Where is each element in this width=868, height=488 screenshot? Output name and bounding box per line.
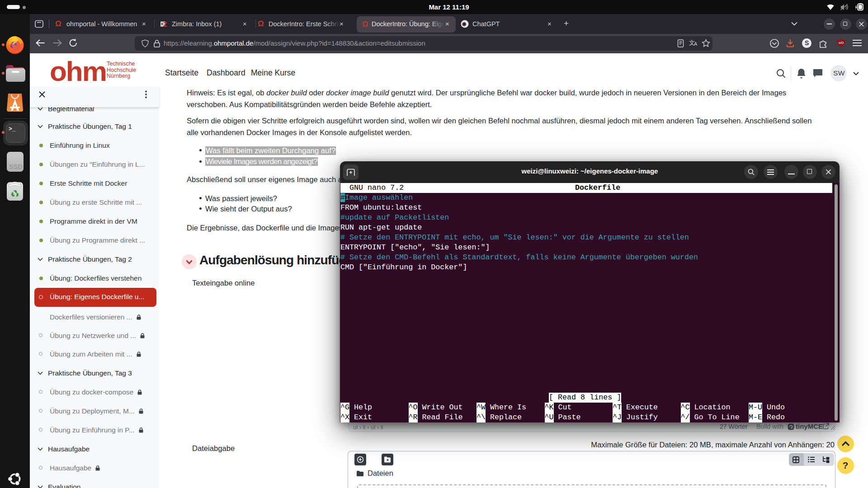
svg-text:uO: uO — [839, 41, 844, 45]
svg-text:❋: ❋ — [462, 21, 467, 28]
svg-text:SSD: SSD — [9, 163, 23, 170]
svg-text:Z: Z — [163, 21, 167, 27]
